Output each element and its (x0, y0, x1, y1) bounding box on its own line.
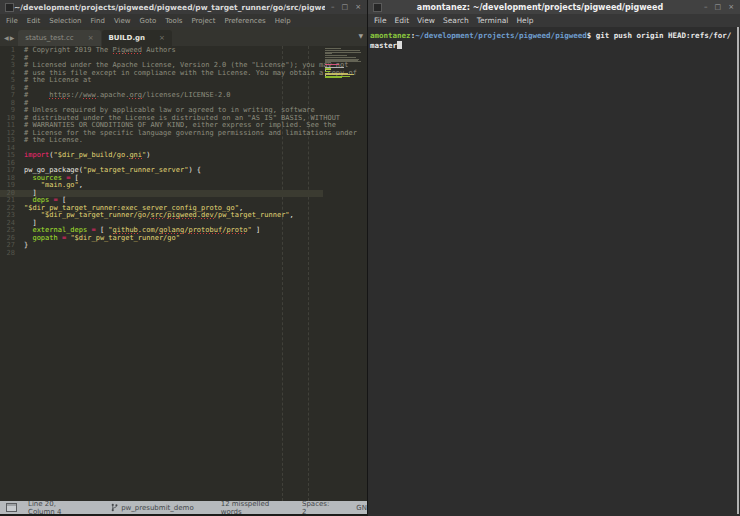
misspelled-words-label: 12 misspelled words (221, 500, 276, 516)
maximize-button[interactable]: □ (342, 0, 349, 14)
editor-titlebar: ~/development/projects/pigweed/pigweed/p… (0, 0, 367, 14)
menu-item-goto[interactable]: Goto (140, 17, 157, 25)
menu-item-tools[interactable]: Tools (165, 17, 182, 25)
terminal-scrollbar[interactable] (737, 27, 739, 514)
tab-overflow-icon[interactable]: ▼ (358, 32, 363, 39)
menu-item-find[interactable]: Find (91, 17, 105, 25)
terminal-line: amontanez:~/development/projects/pigweed… (370, 31, 740, 41)
menu-item-search[interactable]: Search (443, 16, 469, 25)
terminal-window-title: amontanez: ~/development/projects/pigwee… (382, 3, 698, 12)
minimap-line (325, 53, 332, 54)
tab-scroll-icons[interactable]: ◀▶ (0, 34, 18, 46)
menu-item-help[interactable]: Help (275, 17, 291, 25)
menu-item-file[interactable]: File (374, 16, 387, 25)
branch-icon (111, 503, 118, 512)
minimap-line (325, 62, 331, 63)
line-number: 28 (0, 250, 24, 258)
menu-item-help[interactable]: Help (516, 16, 533, 25)
minimap-line (325, 55, 347, 56)
minimap-line (325, 74, 354, 75)
cursor-position-label: Line 20, Column 4 (28, 500, 77, 516)
close-tab-icon[interactable]: × (88, 34, 94, 42)
menu-item-project[interactable]: Project (192, 17, 216, 25)
terminal-menubar: FileEditViewSearchTerminalHelp (368, 14, 740, 27)
code-text: # the License at (24, 77, 91, 85)
code-line[interactable]: 7# https://www.apache.org/licenses/LICEN… (0, 92, 323, 100)
minimize-button[interactable]: – (704, 0, 708, 14)
terminal-output[interactable]: amontanez:~/development/projects/pigweed… (368, 27, 740, 516)
code-line[interactable]: 26 gopath = "$dir_pw_target_runner/go" (0, 235, 323, 243)
maximize-button[interactable]: □ (715, 0, 722, 14)
code-line[interactable]: 19 "main.go", (0, 182, 323, 190)
prompt-path: ~/development/projects/pigweed/pigweed (415, 31, 587, 40)
terminal-window: amontanez: ~/development/projects/pigwee… (368, 0, 740, 516)
tab-label: status_test.cc (25, 34, 73, 42)
code-text: import("$dir_pw_build/go.gni") (24, 152, 150, 160)
tab-build-gn[interactable]: BUILD.gn× (102, 30, 172, 46)
editor-window: ~/development/projects/pigweed/pigweed/p… (0, 0, 368, 514)
code-line[interactable]: 13# the License. (0, 137, 323, 145)
code-line[interactable]: 5# the License at (0, 77, 323, 85)
menu-item-file[interactable]: File (6, 17, 18, 25)
prompt-username: amontanez (370, 31, 411, 40)
code-text: # the License. (24, 137, 83, 145)
terminal-cursor (397, 41, 402, 49)
git-branch-label: pw_presubmit_demo (121, 504, 194, 512)
indentation-label[interactable]: Spaces: 2 (302, 500, 329, 516)
editor-menubar: FileEditSelectionFindViewGotoToolsProjec… (0, 14, 367, 27)
code-text: # https://www.apache.org/licenses/LICENS… (24, 92, 231, 100)
code-line[interactable]: 28 (0, 250, 323, 258)
editor-code-area[interactable]: 1# Copyright 2019 The Pigweed Authors2#3… (0, 46, 367, 501)
close-tab-icon[interactable]: × (159, 34, 165, 42)
editor-tabbar: ◀▶ status_test.cc×BUILD.gn× ▼ (0, 27, 367, 46)
tab-status-test-cc[interactable]: status_test.cc× (18, 30, 100, 46)
menu-item-selection[interactable]: Selection (49, 17, 81, 25)
editor-window-title: ~/development/projects/pigweed/pigweed/p… (14, 3, 325, 12)
panel-toggle-icon[interactable] (6, 503, 17, 512)
menu-item-terminal[interactable]: Terminal (477, 16, 509, 25)
minimap-line (325, 64, 339, 65)
minimize-button[interactable]: – (331, 0, 335, 14)
code-line[interactable]: 23 "$dir_pw_target_runner/go/src/pigweed… (0, 212, 323, 220)
menu-item-edit[interactable]: Edit (27, 17, 41, 25)
code-line[interactable]: 1# Copyright 2019 The Pigweed Authors (0, 47, 323, 55)
code-line[interactable]: 15import("$dir_pw_build/go.gni") (0, 152, 323, 160)
minimap-line (325, 48, 341, 49)
code-text: } (24, 242, 28, 250)
minimap[interactable] (325, 48, 362, 81)
menu-item-view[interactable]: View (114, 17, 131, 25)
app-icon (5, 3, 14, 12)
terminal-line: master (370, 41, 740, 51)
code-line[interactable]: 27} (0, 242, 323, 250)
close-button[interactable]: × (728, 0, 734, 14)
close-button[interactable]: × (355, 0, 361, 14)
menu-item-view[interactable]: View (417, 16, 435, 25)
git-branch-indicator: pw_presubmit_demo (111, 503, 194, 512)
minimap-line (325, 77, 342, 78)
code-text: # Copyright 2019 The Pigweed Authors (24, 47, 176, 55)
editor-statusbar: Line 20, Column 4 pw_presubmit_demo 12 m… (0, 501, 367, 514)
terminal-app-icon (373, 3, 382, 12)
menu-item-preferences[interactable]: Preferences (224, 17, 265, 25)
terminal-titlebar: amontanez: ~/development/projects/pigwee… (368, 0, 740, 14)
code-text: "$dir_pw_target_runner/go/src/pigweed.de… (24, 212, 294, 220)
tab-label: BUILD.gn (109, 34, 146, 42)
menu-item-edit[interactable]: Edit (395, 16, 410, 25)
syntax-label[interactable]: GN (356, 504, 367, 512)
code-text: gopath = "$dir_pw_target_runner/go" (24, 235, 180, 243)
